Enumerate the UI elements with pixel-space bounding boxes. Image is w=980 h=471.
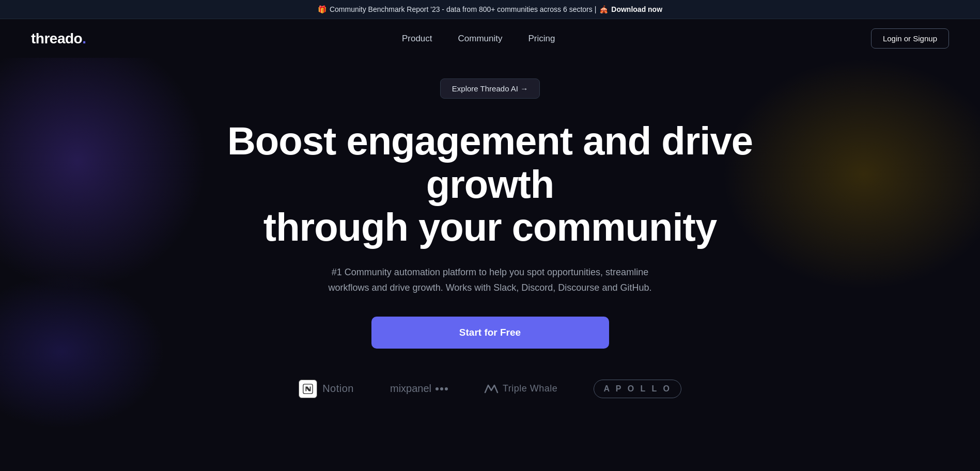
mixpanel-label: mixpanel [390, 383, 431, 395]
explore-ai-button[interactable]: Explore Threado AI → [440, 78, 540, 99]
nav-links: Product Community Pricing [402, 34, 555, 44]
nav-link-pricing[interactable]: Pricing [528, 34, 555, 43]
login-button[interactable]: Login or Signup [871, 28, 949, 49]
download-link[interactable]: Download now [611, 5, 662, 13]
announcement-icon-left: 🎁 [318, 5, 326, 13]
announcement-text: Community Benchmark Report '23 - data fr… [330, 5, 596, 13]
notion-icon [299, 380, 317, 398]
logos-row: Notion mixpanel Triple Whale A P O L L O [299, 380, 681, 398]
apollo-logo: A P O L L O [594, 380, 681, 398]
hero-title-line2: through your community [263, 205, 717, 249]
logo-dot: . [82, 30, 86, 46]
apollo-label: A P O L L O [603, 384, 671, 394]
hero-title-line1: Boost engagement and drive growth [227, 119, 753, 206]
hero-section: Explore Threado AI → Boost engagement an… [0, 58, 980, 429]
logo-text: threado [31, 30, 82, 46]
notion-logo: Notion [299, 380, 354, 398]
nav-link-community[interactable]: Community [458, 34, 503, 43]
triplewhale-label: Triple Whale [503, 383, 557, 394]
announcement-bar: 🎁 Community Benchmark Report '23 - data … [0, 0, 980, 19]
notion-label: Notion [322, 383, 354, 395]
triplewhale-logo: Triple Whale [484, 383, 557, 395]
announcement-icon-right: 🎪 [599, 5, 608, 13]
mixpanel-logo: mixpanel [390, 383, 448, 395]
hero-subtitle: #1 Community automation platform to help… [315, 264, 666, 296]
glow-decoration [0, 274, 165, 429]
triplewhale-icon [484, 383, 499, 395]
hero-title: Boost engagement and drive growth throug… [219, 119, 761, 249]
logo[interactable]: threado. [31, 30, 86, 47]
nav-link-product[interactable]: Product [402, 34, 432, 43]
start-for-free-button[interactable]: Start for Free [371, 317, 609, 349]
mixpanel-dots [435, 387, 448, 390]
navbar: threado. Product Community Pricing Login… [0, 19, 980, 58]
